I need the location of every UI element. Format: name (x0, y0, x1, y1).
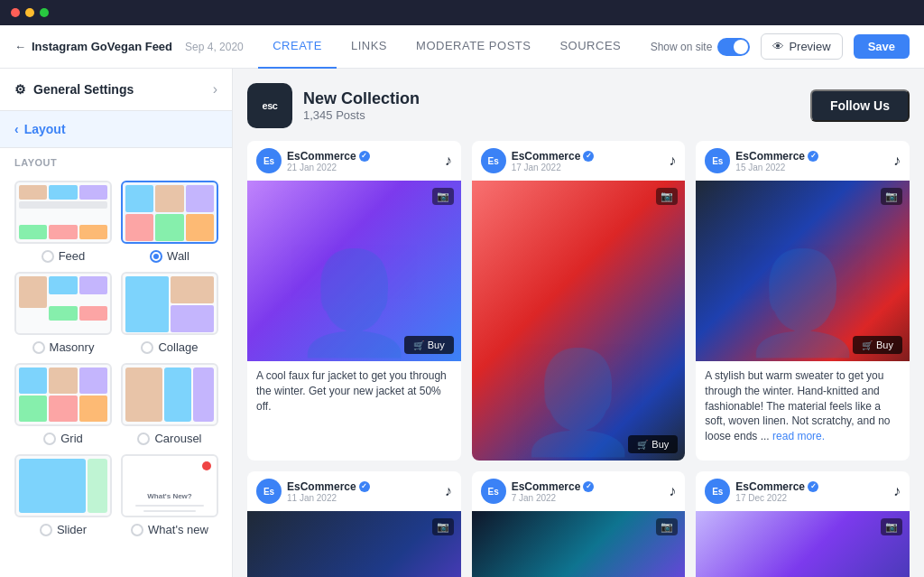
posts-grid: Es EsCommerce ✓ 21 Jan 2022 ♪ 👤 📷 (247, 141, 910, 577)
chevron-right-icon: › (213, 81, 217, 98)
tab-moderate[interactable]: MODERATE POSTS (402, 25, 545, 69)
content-area: esc New Collection 1,345 Posts Follow Us… (233, 69, 924, 577)
feed-radio[interactable] (42, 250, 54, 263)
back-button[interactable]: ← Instagram GoVegan Feed (14, 40, 178, 53)
whatsnew-radio[interactable] (131, 524, 143, 536)
post-card: Es EsCommerce ✓ 21 Jan 2022 ♪ 👤 📷 (247, 141, 461, 461)
post-username: EsCommerce ✓ (735, 480, 888, 493)
titlebar (0, 0, 924, 25)
feed-option-label: Feed (59, 249, 86, 263)
cart-icon: 🛒 (637, 440, 648, 450)
carousel-option-label: Carousel (154, 432, 201, 445)
wall-option-label: Wall (167, 249, 189, 263)
post-date: 15 Jan 2022 (735, 163, 888, 172)
verified-icon: ✓ (583, 151, 594, 162)
layout-option-feed[interactable]: Feed (14, 181, 112, 263)
post-image: 👤 📷 (247, 511, 461, 577)
post-username: EsCommerce ✓ (512, 480, 664, 493)
post-date: 7 Jan 2022 (512, 493, 664, 503)
tiktok-icon: ♪ (445, 153, 452, 169)
minimize-dot[interactable] (25, 8, 34, 17)
feed-posts-count: 1,345 Posts (303, 108, 799, 122)
verified-icon: ✓ (359, 481, 370, 492)
layout-option-carousel[interactable]: Carousel (121, 363, 218, 445)
post-avatar: Es (705, 148, 730, 173)
layout-nav-item[interactable]: ‹ Layout (0, 111, 232, 148)
layout-option-wall[interactable]: Wall (121, 181, 218, 263)
layout-option-slider[interactable]: Slider (14, 454, 112, 536)
feed-collection-title: New Collection (303, 89, 799, 108)
buy-button[interactable]: 🛒 Buy (628, 435, 678, 453)
grid-option-label: Grid (60, 432, 83, 445)
cart-icon: 🛒 (862, 340, 873, 350)
verified-icon: ✓ (808, 481, 818, 492)
slider-radio[interactable] (40, 524, 52, 536)
preview-button[interactable]: 👁 Preview (761, 33, 842, 60)
general-settings-item[interactable]: ⚙ General Settings › (0, 69, 232, 111)
main-layout: ⚙ General Settings › ‹ Layout LAYOUT (0, 69, 924, 577)
media-type-icon: 📷 (656, 518, 678, 535)
post-username: EsCommerce ✓ (287, 480, 439, 493)
media-type-icon: 📷 (881, 518, 902, 535)
post-avatar: Es (481, 148, 506, 173)
tiktok-icon: ♪ (669, 153, 676, 169)
tab-sources[interactable]: SOURCES (545, 25, 635, 69)
buy-button[interactable]: 🛒 Buy (404, 336, 454, 354)
save-button[interactable]: Save (854, 34, 910, 59)
wall-radio[interactable] (150, 250, 162, 263)
verified-icon: ✓ (583, 481, 594, 492)
tab-create[interactable]: CREATE (258, 25, 337, 69)
post-avatar: Es (256, 479, 282, 504)
layout-option-collage[interactable]: Collage (121, 272, 218, 354)
buy-button[interactable]: 🛒 Buy (853, 336, 902, 354)
post-image: 👤 📷 (696, 511, 910, 577)
post-text: A cool faux fur jacket to get you throug… (256, 368, 452, 414)
post-body: A cool faux fur jacket to get you throug… (247, 361, 461, 421)
show-on-site-toggle[interactable] (717, 38, 750, 56)
gear-icon: ⚙ (14, 82, 26, 97)
collage-radio[interactable] (141, 341, 153, 354)
post-card: Es EsCommerce ✓ 11 Jan 2022 ♪ 👤 📷 (247, 471, 461, 577)
masonry-radio[interactable] (32, 341, 45, 354)
feed-title: Instagram GoVegan Feed (32, 40, 172, 53)
tiktok-icon: ♪ (445, 483, 452, 499)
post-card: Es EsCommerce ✓ 17 Dec 2022 ♪ 👤 📷 (696, 471, 910, 577)
read-more-link[interactable]: read more. (772, 430, 825, 442)
show-on-site-label: Show on site (651, 41, 713, 53)
carousel-radio[interactable] (137, 433, 150, 445)
topnav-right: Show on site 👁 Preview Save (651, 33, 910, 60)
nav-tabs: CREATE LINKS MODERATE POSTS SOURCES (258, 25, 635, 69)
tiktok-icon: ♪ (893, 483, 901, 499)
collage-option-label: Collage (158, 340, 198, 354)
feed-info: New Collection 1,345 Posts (303, 89, 799, 122)
cart-icon: 🛒 (413, 340, 424, 350)
post-text: A stylish but warm sweater to get you th… (705, 368, 901, 444)
grid-radio[interactable] (43, 433, 56, 445)
maximize-dot[interactable] (40, 8, 49, 17)
tiktok-icon: ♪ (893, 153, 901, 169)
media-type-icon: 📷 (432, 518, 454, 535)
verified-icon: ✓ (359, 151, 370, 162)
tab-links[interactable]: LINKS (337, 25, 402, 69)
close-dot[interactable] (11, 8, 20, 17)
layout-option-grid[interactable]: Grid (14, 363, 112, 445)
slider-option-label: Slider (57, 523, 87, 536)
chevron-left-icon: ‹ (14, 122, 19, 136)
post-avatar: Es (256, 148, 282, 173)
post-card: Es EsCommerce ✓ 17 Jan 2022 ♪ 👤 📷 (472, 141, 686, 461)
toggle-knob (734, 40, 748, 54)
post-avatar: Es (481, 479, 506, 504)
tiktok-icon: ♪ (669, 483, 676, 499)
general-settings-label: General Settings (33, 82, 134, 97)
post-date: 21 Jan 2022 (287, 163, 439, 172)
post-image: 👤 📷 🛒 Buy (472, 181, 686, 461)
feed-header: esc New Collection 1,345 Posts Follow Us (247, 83, 910, 128)
layout-section-label: LAYOUT (0, 148, 232, 173)
layout-option-whatsnew[interactable]: What's New? What's new (121, 454, 218, 536)
post-date: 17 Dec 2022 (735, 493, 888, 503)
layout-option-masonry[interactable]: Masonry (14, 272, 112, 354)
post-image: 👤 📷 🛒 Buy (696, 181, 910, 361)
media-type-icon: 📷 (432, 188, 454, 205)
post-username: EsCommerce ✓ (512, 150, 664, 163)
follow-button[interactable]: Follow Us (810, 89, 910, 122)
